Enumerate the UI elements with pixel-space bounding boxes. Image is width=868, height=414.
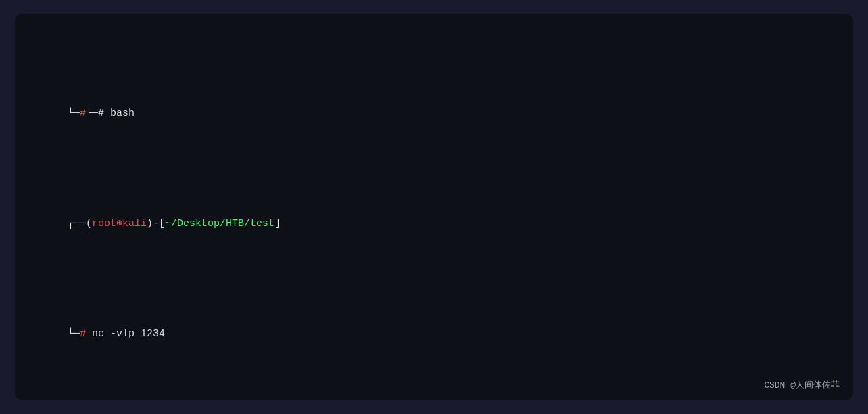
nc-command-line: └─# nc -vlp 1234	[31, 310, 837, 358]
watermark: CSDN @人间体佐菲	[764, 379, 840, 391]
terminal-content: └─#└─# bash ┌──(root⊛kali)-[~/Desktop/HT…	[31, 27, 837, 400]
terminal-window: └─#└─# bash ┌──(root⊛kali)-[~/Desktop/HT…	[15, 14, 853, 400]
prompt-root-line: ┌──(root⊛kali)-[~/Desktop/HTB/test]	[31, 200, 837, 248]
bash-line: └─#└─# bash	[31, 90, 837, 137]
